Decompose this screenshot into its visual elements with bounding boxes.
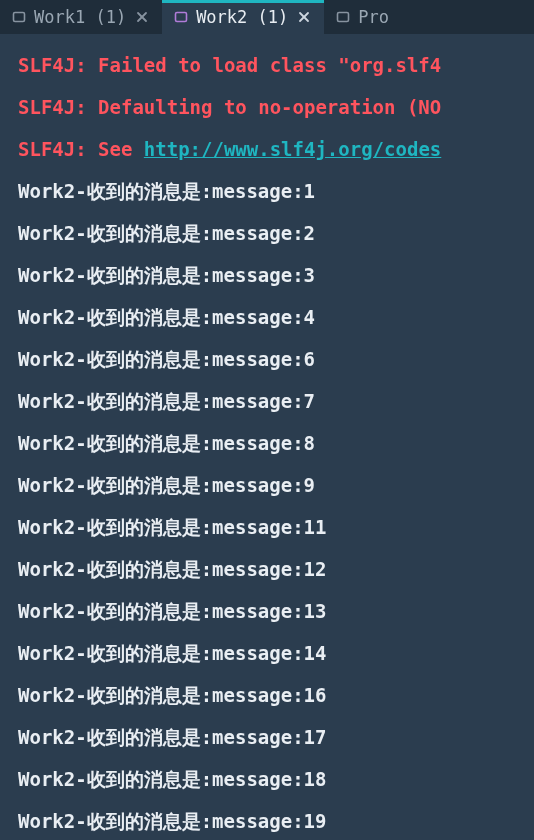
- svg-rect-3: [176, 13, 187, 22]
- terminal-icon: [336, 10, 350, 24]
- log-message-line: Work2-收到的消息是:message:11: [18, 506, 534, 548]
- log-message-line: Work2-收到的消息是:message:1: [18, 170, 534, 212]
- log-message-line: Work2-收到的消息是:message:2: [18, 212, 534, 254]
- tab-label: Work2 (1): [196, 7, 288, 27]
- log-message-line: Work2-收到的消息是:message:18: [18, 758, 534, 800]
- log-message-line: Work2-收到的消息是:message:7: [18, 380, 534, 422]
- svg-rect-6: [338, 13, 349, 22]
- tab-2[interactable]: Pro: [324, 0, 401, 34]
- tab-label: Pro: [358, 7, 389, 27]
- tab-label: Work1 (1): [34, 7, 126, 27]
- log-message-line: Work2-收到的消息是:message:17: [18, 716, 534, 758]
- log-message-line: Work2-收到的消息是:message:4: [18, 296, 534, 338]
- close-icon[interactable]: [134, 9, 150, 25]
- log-error-line: SLF4J: See http://www.slf4j.org/codes: [18, 128, 534, 170]
- log-message-line: Work2-收到的消息是:message:9: [18, 464, 534, 506]
- log-message-line: Work2-收到的消息是:message:13: [18, 590, 534, 632]
- log-link[interactable]: http://www.slf4j.org/codes: [144, 138, 441, 160]
- console-output: SLF4J: Failed to load class "org.slf4SLF…: [0, 34, 534, 840]
- tab-1[interactable]: Work2 (1): [162, 0, 324, 34]
- log-error-line: SLF4J: Failed to load class "org.slf4: [18, 44, 534, 86]
- terminal-icon: [12, 10, 26, 24]
- tab-bar: Work1 (1)Work2 (1)Pro: [0, 0, 534, 34]
- tab-0[interactable]: Work1 (1): [0, 0, 162, 34]
- close-icon[interactable]: [296, 9, 312, 25]
- log-message-line: Work2-收到的消息是:message:8: [18, 422, 534, 464]
- terminal-icon: [174, 10, 188, 24]
- svg-rect-0: [14, 13, 25, 22]
- log-error-text: SLF4J: See: [18, 138, 144, 160]
- log-message-line: Work2-收到的消息是:message:3: [18, 254, 534, 296]
- log-error-line: SLF4J: Defaulting to no-operation (NO: [18, 86, 534, 128]
- log-message-line: Work2-收到的消息是:message:12: [18, 548, 534, 590]
- log-message-line: Work2-收到的消息是:message:6: [18, 338, 534, 380]
- log-message-line: Work2-收到的消息是:message:16: [18, 674, 534, 716]
- log-message-line: Work2-收到的消息是:message:14: [18, 632, 534, 674]
- log-message-line: Work2-收到的消息是:message:19: [18, 800, 534, 840]
